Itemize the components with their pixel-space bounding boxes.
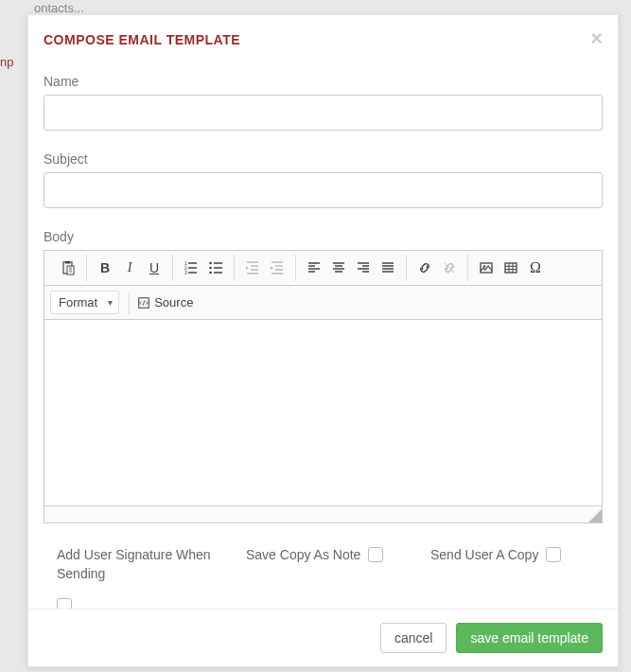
cancel-button[interactable]: cancel <box>380 623 447 653</box>
signature-label: Add User Signature When Sending <box>57 546 246 583</box>
name-input[interactable] <box>44 95 603 131</box>
compose-email-template-modal: COMPOSE EMAIL TEMPLATE × Name Subject Bo… <box>27 14 619 667</box>
send-copy-checkbox[interactable] <box>546 547 561 562</box>
align-left-icon[interactable] <box>302 256 326 279</box>
subject-label: Subject <box>44 151 603 167</box>
align-center-icon[interactable] <box>326 256 351 279</box>
resize-handle[interactable] <box>588 509 602 522</box>
bold-icon[interactable]: B <box>93 256 117 279</box>
send-copy-label: Send User A Copy <box>430 546 538 565</box>
indent-icon <box>265 256 289 279</box>
editor-content-area[interactable] <box>44 320 602 505</box>
modal-title: COMPOSE EMAIL TEMPLATE <box>44 32 603 47</box>
svg-point-8 <box>209 272 212 274</box>
editor-toolbar: B I U 123 <box>44 251 602 286</box>
align-right-icon[interactable] <box>351 256 376 279</box>
source-icon <box>137 296 150 309</box>
name-label: Name <box>44 74 603 89</box>
modal-footer: cancel save email template <box>28 609 618 666</box>
editor-footer <box>44 505 602 522</box>
italic-icon[interactable]: I <box>117 256 142 279</box>
special-char-icon[interactable]: Ω <box>523 256 548 279</box>
svg-text:3: 3 <box>184 270 187 275</box>
unlink-icon <box>437 256 462 279</box>
format-dropdown[interactable]: Format <box>50 291 119 314</box>
source-label: Source <box>154 295 193 309</box>
underline-icon[interactable]: U <box>142 256 167 279</box>
table-icon[interactable] <box>499 256 523 279</box>
format-dropdown-label: Format <box>59 295 97 309</box>
paste-icon[interactable] <box>56 256 80 279</box>
svg-rect-11 <box>505 263 517 273</box>
bullet-list-icon[interactable] <box>203 256 228 279</box>
align-justify-icon[interactable] <box>376 256 400 279</box>
svg-point-7 <box>209 267 212 270</box>
rich-text-editor: B I U 123 <box>44 250 603 523</box>
svg-point-6 <box>209 262 212 265</box>
options-row: Add User Signature When Sending Save Cop… <box>44 546 603 613</box>
copy-note-label: Save Copy As Note <box>246 546 360 565</box>
body-label: Body <box>44 229 603 244</box>
svg-rect-2 <box>67 266 74 274</box>
outdent-icon <box>240 256 265 279</box>
image-icon[interactable] <box>474 256 499 279</box>
numbered-list-icon[interactable]: 123 <box>179 256 203 279</box>
copy-note-checkbox[interactable] <box>368 547 383 562</box>
svg-rect-1 <box>65 261 70 264</box>
source-button[interactable]: Source <box>129 292 201 314</box>
close-button[interactable]: × <box>590 28 603 49</box>
bg-text: np <box>0 55 13 69</box>
link-icon[interactable] <box>412 256 437 279</box>
editor-toolbar-row2: Format Source <box>44 286 602 320</box>
bg-text: ontacts... <box>34 1 84 15</box>
save-email-template-button[interactable]: save email template <box>456 623 603 653</box>
subject-input[interactable] <box>44 172 603 208</box>
